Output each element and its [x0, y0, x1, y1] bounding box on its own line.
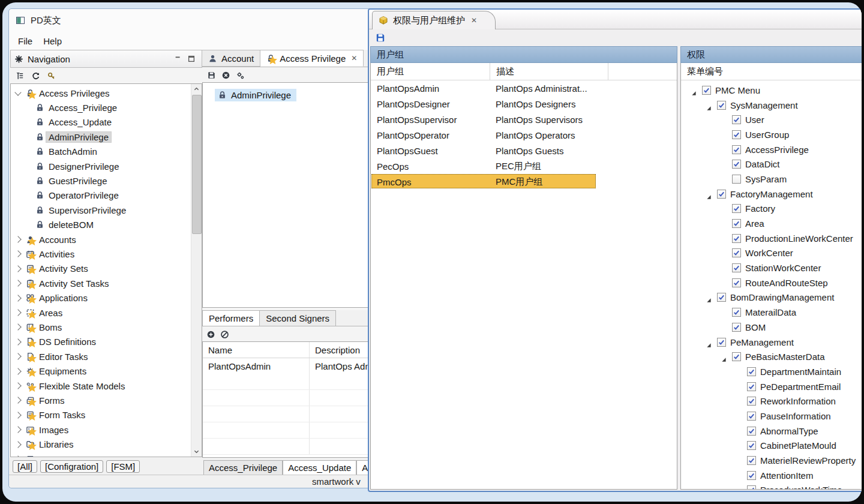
usergroup-row-plantopsdesigner[interactable]: PlantOpsDesignerPlantOps Designers	[371, 96, 677, 112]
chevron-right-icon[interactable]	[14, 236, 21, 242]
privilege-item-routeandroutestep[interactable]: RouteAndRouteStep	[681, 275, 862, 290]
checkbox-checked[interactable]	[732, 204, 741, 213]
checkbox-checked[interactable]	[717, 101, 726, 110]
tab-privilege-usergroup[interactable]: 权限与用户组维护 ✕	[372, 11, 496, 29]
checkbox-checked[interactable]	[702, 86, 711, 95]
usergroup-row-plantopsoperator[interactable]: PlantOpsOperatorPlantOps Operators	[371, 127, 677, 143]
checkbox-checked[interactable]	[717, 190, 726, 199]
chevron-down-icon[interactable]	[14, 89, 21, 95]
checkbox-checked[interactable]	[732, 352, 741, 361]
usergroup-row-pmcops[interactable]: PmcOpsPMC用户组	[371, 174, 677, 190]
usergroup-row-plantopsadmin[interactable]: PlantOpsAdminPlantOps Administrat...	[371, 80, 677, 96]
close-icon[interactable]: ✕	[351, 54, 357, 62]
save-icon[interactable]	[375, 32, 386, 43]
column-header-usergroup[interactable]: 用户组	[371, 63, 490, 80]
privilege-item-area[interactable]: Area	[681, 216, 862, 231]
chevron-right-icon[interactable]	[14, 427, 21, 433]
privilege-column-header[interactable]: 菜单编号	[681, 63, 862, 80]
nav-item-flexible-state-models[interactable]: Flexible State Models	[11, 379, 202, 393]
expand-triangle-icon[interactable]	[691, 88, 697, 93]
tab-access-privilege[interactable]: Access Privilege✕	[260, 50, 364, 67]
checkbox-checked[interactable]	[732, 219, 741, 228]
privilege-item-usergroup[interactable]: UserGroup	[681, 127, 862, 142]
perspective-fsm[interactable]: [FSM]	[106, 460, 140, 473]
checkbox-checked[interactable]	[747, 471, 756, 480]
expand-triangle-icon[interactable]	[706, 340, 712, 345]
chevron-right-icon[interactable]	[14, 412, 21, 418]
privilege-item-pebasicmasterdata[interactable]: PeBasicMasterData	[681, 349, 862, 364]
usergroup-row-pecops[interactable]: PecOpsPEC用户组	[371, 158, 677, 174]
chevron-right-icon[interactable]	[14, 295, 21, 301]
menu-file[interactable]: File	[13, 35, 38, 47]
privilege-item-workcenter[interactable]: WorkCenter	[681, 246, 862, 261]
scroll-down-icon[interactable]	[191, 446, 202, 457]
nav-item-forms[interactable]: Forms	[11, 393, 202, 407]
nav-item-guestprivilege[interactable]: GuestPrivilege	[11, 173, 202, 188]
chevron-right-icon[interactable]	[14, 368, 21, 374]
nav-item-access-privileges[interactable]: Access Privileges	[11, 86, 202, 100]
privilege-item-bom[interactable]: BOM	[681, 320, 862, 335]
checkbox-checked[interactable]	[732, 115, 741, 124]
chevron-right-icon[interactable]	[14, 455, 21, 457]
nav-item-libraries[interactable]: Libraries	[11, 437, 202, 451]
privilege-item-abnormaltype[interactable]: AbnormalType	[681, 424, 862, 439]
column-header-description[interactable]: 描述	[490, 63, 608, 80]
privilege-item-materielreviewproperty[interactable]: MaterielReviewProperty	[681, 453, 862, 468]
nav-item-activity-sets[interactable]: Activity Sets	[11, 262, 202, 276]
perspective-configration[interactable]: [Configration]	[40, 460, 103, 473]
privilege-item-attentionitem[interactable]: AttentionItem	[681, 468, 862, 483]
privilege-item-reworkinformation[interactable]: ReworkInformation	[681, 394, 862, 409]
nav-item-images[interactable]: Images	[11, 422, 202, 437]
checkbox-checked[interactable]	[732, 145, 741, 154]
nav-item-equipments[interactable]: Equipments	[11, 364, 202, 378]
checkbox-checked[interactable]	[747, 427, 756, 436]
chevron-right-icon[interactable]	[14, 441, 21, 448]
collapse-all-icon[interactable]	[16, 71, 25, 80]
bottom-tab-access-privilege[interactable]: Access_Privilege	[203, 460, 283, 475]
nav-item-boms[interactable]: Boms	[11, 320, 202, 334]
nav-item-accounts[interactable]: Accounts	[11, 232, 202, 247]
privilege-item-sysmanagement[interactable]: SysManagement	[681, 98, 862, 113]
nav-item-deletebom[interactable]: deleteBOM	[11, 218, 202, 232]
chevron-right-icon[interactable]	[14, 280, 21, 287]
bottom-tab-access-update[interactable]: Access_Update	[283, 460, 356, 475]
expand-triangle-icon[interactable]	[706, 295, 712, 300]
privilege-item-productionlineworkcenter[interactable]: ProductionLineWorkCenter	[681, 231, 862, 246]
usergroup-row-plantopsguest[interactable]: PlantOpsGuestPlantOps Guests	[371, 143, 677, 158]
table-row[interactable]: PlantOpsAdminPlantOps Adm	[203, 358, 380, 374]
close-icon[interactable]: ✕	[471, 16, 477, 25]
add-circle-icon[interactable]	[206, 330, 215, 339]
nav-item-form-tasks[interactable]: Form Tasks	[11, 408, 202, 422]
column-header-name[interactable]: Name	[203, 342, 309, 358]
checkbox-checked[interactable]	[732, 308, 741, 317]
nav-item-batchadmin[interactable]: BatchAdmin	[11, 145, 202, 159]
nav-item-designerprivilege[interactable]: DesignerPrivilege	[11, 159, 202, 173]
privilege-item-departmentmaintain[interactable]: DepartmentMaintain	[681, 364, 862, 379]
menu-help[interactable]: Help	[38, 35, 67, 47]
privilege-item-pmc-menu[interactable]: PMC Menu	[681, 83, 862, 98]
checkbox-checked[interactable]	[747, 367, 756, 376]
remove-circle-icon[interactable]	[220, 330, 229, 339]
privilege-item-procedureworktime[interactable]: ProcedureWorkTime	[681, 483, 862, 490]
privilege-item-pemanagement[interactable]: PeManagement	[681, 335, 862, 350]
save-icon[interactable]	[207, 71, 216, 80]
checkbox-checked[interactable]	[717, 338, 726, 347]
settings-icon[interactable]	[236, 71, 245, 80]
privilege-item-accessprivilege[interactable]: AccessPrivilege	[681, 142, 862, 157]
navigation-scrollbar[interactable]	[191, 84, 202, 457]
checkbox-checked[interactable]	[747, 456, 756, 465]
tab-performers[interactable]: Performers	[202, 310, 260, 326]
key-icon[interactable]	[47, 71, 56, 80]
minimize-view-icon[interactable]	[174, 55, 182, 63]
usergroup-row-plantopssupervisor[interactable]: PlantOpsSupervisorPlantOps Supervisors	[371, 112, 677, 127]
nav-item-adminprivilege[interactable]: AdminPrivilege	[11, 130, 202, 144]
tab-account[interactable]: Account	[202, 50, 260, 67]
checkbox-checked[interactable]	[732, 263, 741, 272]
checkbox-checked[interactable]	[732, 323, 741, 332]
privilege-item-bomdrawingmanagement[interactable]: BomDrawingManagement	[681, 290, 862, 305]
perspective-all[interactable]: [All]	[13, 460, 37, 473]
nav-item-editor-tasks[interactable]: Editor Tasks	[11, 349, 202, 364]
nav-item-areas[interactable]: Areas	[11, 305, 202, 320]
expand-triangle-icon[interactable]	[706, 191, 712, 197]
delete-circle-icon[interactable]	[221, 71, 230, 80]
